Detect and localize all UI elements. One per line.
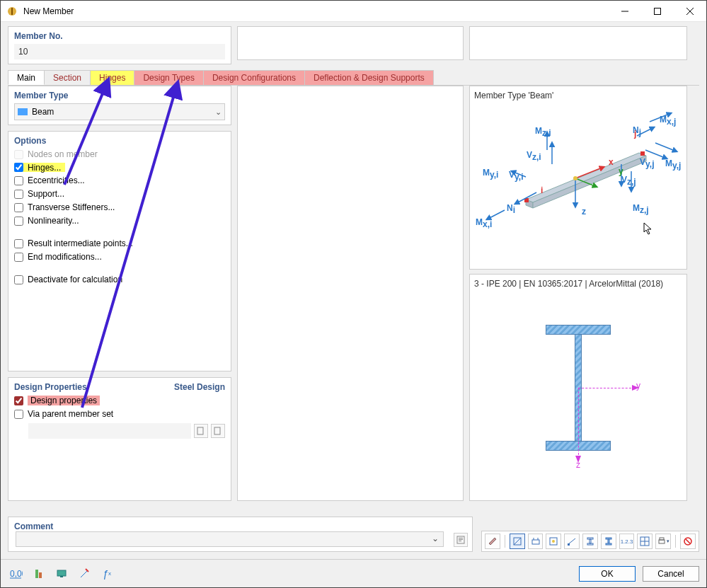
chk-support-input[interactable] <box>14 190 23 199</box>
tb-ibeam2-icon[interactable] <box>601 534 616 549</box>
chk-support-label[interactable]: Support... <box>28 189 64 199</box>
chk-endmod-label[interactable]: End modifications... <box>28 252 102 262</box>
svg-rect-16 <box>640 151 645 156</box>
axis-z-arrow <box>575 456 581 463</box>
new-set-icon[interactable] <box>194 424 208 438</box>
svg-rect-50 <box>659 540 665 543</box>
chk-dp-label[interactable]: Design properties <box>28 396 100 405</box>
tab-design-configurations[interactable]: Design Configurations <box>203 70 305 85</box>
chk-support[interactable]: Support... <box>14 189 225 199</box>
cursor-icon <box>643 222 654 238</box>
tab-bar: Main Section Hinges Design Types Design … <box>8 70 699 86</box>
chk-result-points[interactable]: Result intermediate points... <box>14 238 225 248</box>
axis-y-arrow <box>632 385 639 391</box>
svg-line-62 <box>81 570 88 577</box>
chk-nonlin-input[interactable] <box>14 217 23 226</box>
tb-reset-icon[interactable] <box>680 534 696 549</box>
tb-view3-icon[interactable] <box>546 534 561 549</box>
close-button[interactable] <box>674 1 706 22</box>
chk-deactivate[interactable]: Deactivate for calculation <box>14 275 225 284</box>
member-type-swatch <box>18 108 28 115</box>
edit-set-icon[interactable] <box>211 424 225 438</box>
cancel-button[interactable]: Cancel <box>643 566 699 582</box>
middle-column <box>237 86 464 501</box>
pick-icon[interactable] <box>76 565 93 582</box>
tab-section[interactable]: Section <box>44 70 91 85</box>
tb-ibeam1-icon[interactable] <box>582 534 598 549</box>
steel-design-label: Steel Design <box>174 382 225 392</box>
chk-hinges-input[interactable] <box>14 163 23 172</box>
minimize-button[interactable] <box>609 1 641 22</box>
svg-rect-34 <box>532 540 539 544</box>
tab-main[interactable]: Main <box>8 70 45 85</box>
chk-deact-input[interactable] <box>14 275 23 284</box>
top-panel-2 <box>237 26 464 60</box>
chk-via-parent[interactable]: Via parent member set <box>14 409 225 419</box>
ok-button[interactable]: OK <box>579 566 636 582</box>
window-title: New Member <box>23 6 609 16</box>
lbl-y-axis: y <box>619 166 623 176</box>
parent-set-field[interactable] <box>28 423 191 439</box>
chk-ecc-label[interactable]: Eccentricities... <box>28 175 85 185</box>
tab-hinges[interactable]: Hinges <box>90 70 134 85</box>
tab-deflection-supports[interactable]: Deflection & Design Supports <box>304 70 434 85</box>
tb-grid-icon[interactable] <box>637 534 653 549</box>
tb-numbers-icon[interactable]: 1.2.3 <box>619 534 635 549</box>
member-type-combo[interactable]: Beam ⌄ <box>14 103 225 120</box>
member-icon[interactable] <box>30 565 47 582</box>
svg-rect-31 <box>459 541 461 541</box>
chk-trans-input[interactable] <box>14 203 23 212</box>
display-icon[interactable] <box>53 565 70 582</box>
chk-vp-label[interactable]: Via parent member set <box>28 409 113 419</box>
tb-print-icon[interactable]: ▾ <box>655 534 671 549</box>
chk-hinges[interactable]: Hinges... <box>14 163 65 172</box>
svg-line-27 <box>655 143 677 151</box>
top-row: Member No. <box>8 26 699 64</box>
chk-nonlinearity[interactable]: Nonlinearity... <box>14 216 225 226</box>
function-icon[interactable]: ƒx <box>98 565 115 582</box>
lbl-mxj: Mx,j <box>660 115 676 127</box>
lbl-z-axis: z <box>582 207 586 217</box>
tab-design-types[interactable]: Design Types <box>134 70 204 85</box>
tb-view1-icon[interactable] <box>510 534 525 549</box>
beam-preview-svg <box>473 100 682 263</box>
maximize-button[interactable] <box>641 1 674 22</box>
member-no-input[interactable] <box>14 44 225 59</box>
tb-view2-icon[interactable] <box>528 534 544 549</box>
chk-deact-label[interactable]: Deactivate for calculation <box>28 275 122 284</box>
chk-transverse[interactable]: Transverse Stiffeners... <box>14 202 225 212</box>
chk-nodes-label: Nodes on member <box>28 149 98 159</box>
footer-toolbar: 0,00 ƒx <box>8 565 115 582</box>
lbl-node-j: j <box>634 129 636 139</box>
lbl-mzj: Mz,j <box>633 203 649 215</box>
chk-nonlin-label[interactable]: Nonlinearity... <box>28 216 79 226</box>
chk-eccentricities[interactable]: Eccentricities... <box>14 175 225 185</box>
chk-result-input[interactable] <box>14 239 23 248</box>
axis-y <box>578 388 635 388</box>
svg-rect-59 <box>39 572 42 578</box>
chk-vp-input[interactable] <box>14 410 23 419</box>
chk-design-properties[interactable]: Design properties <box>14 396 225 405</box>
chk-trans-label[interactable]: Transverse Stiffeners... <box>28 202 115 212</box>
comment-header: Comment <box>14 521 466 531</box>
view-toolbar: 1.2.3 ▾ <box>481 531 699 552</box>
member-type-label: Member Type <box>14 91 225 100</box>
chk-result-label[interactable]: Result intermediate points... <box>28 238 133 248</box>
comment-edit-icon[interactable] <box>454 533 468 547</box>
chk-ecc-input[interactable] <box>14 176 23 185</box>
svg-point-38 <box>552 540 555 543</box>
units-icon[interactable]: 0,00 <box>8 565 25 582</box>
design-properties-panel: Design Properties Steel Design Design pr… <box>8 377 231 501</box>
comment-combo[interactable] <box>16 531 444 547</box>
member-no-panel: Member No. <box>8 26 231 64</box>
lbl-myi: My,i <box>483 168 498 180</box>
chk-nodes-on-member: Nodes on member <box>14 149 225 159</box>
tb-view4-icon[interactable] <box>564 534 580 549</box>
chk-endmod-input[interactable] <box>14 253 23 262</box>
lbl-myj: My,j <box>665 158 681 171</box>
chk-end-mod[interactable]: End modifications... <box>14 252 225 262</box>
chk-dp-input[interactable] <box>14 396 23 405</box>
lbl-node-i: i <box>541 185 543 195</box>
tb-paint-icon[interactable] <box>485 534 500 549</box>
lbl-vyi: Vy,i <box>509 170 523 182</box>
